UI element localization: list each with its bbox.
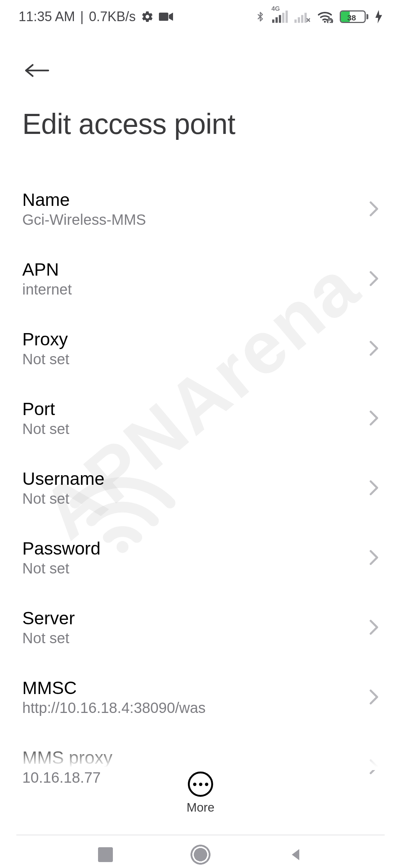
svg-point-11 xyxy=(324,21,326,23)
row-label: MMSC xyxy=(22,678,360,698)
status-bar: 11:35 AM | 0.7KB/s 4G 38 xyxy=(0,0,401,33)
page-title: Edit access point xyxy=(0,93,401,152)
battery-indicator: 38 xyxy=(340,10,368,23)
arrow-left-icon xyxy=(24,62,50,79)
row-server[interactable]: Server Not set xyxy=(22,592,379,662)
row-value: Not set xyxy=(22,490,360,507)
chevron-right-icon xyxy=(369,270,379,287)
signal-1-icon: 4G xyxy=(272,10,288,23)
svg-rect-8 xyxy=(298,17,300,23)
system-nav-bar xyxy=(0,841,401,868)
row-value: http://10.16.18.4:38090/was xyxy=(22,700,360,716)
chevron-right-icon xyxy=(369,689,379,705)
bottom-separator xyxy=(16,835,385,835)
svg-rect-6 xyxy=(286,11,288,23)
row-port[interactable]: Port Not set xyxy=(22,383,379,453)
row-name[interactable]: Name Gci-Wireless-MMS xyxy=(22,174,379,244)
row-proxy[interactable]: Proxy Not set xyxy=(22,313,379,383)
row-label: Proxy xyxy=(22,329,360,349)
back-button[interactable] xyxy=(22,56,52,85)
svg-rect-3 xyxy=(276,17,278,23)
gear-icon xyxy=(141,10,154,23)
row-value: Not set xyxy=(22,351,360,368)
row-label: Username xyxy=(22,468,360,489)
status-net-speed: 0.7KB/s xyxy=(89,9,136,24)
status-sep: | xyxy=(80,9,84,24)
row-label: Server xyxy=(22,608,360,628)
svg-rect-2 xyxy=(272,20,274,23)
chevron-right-icon xyxy=(369,619,379,635)
row-value: Gci-Wireless-MMS xyxy=(22,211,360,228)
row-password[interactable]: Password Not set xyxy=(22,523,379,592)
svg-rect-9 xyxy=(301,15,303,23)
row-label: MMS proxy xyxy=(22,747,360,768)
more-label: More xyxy=(186,800,214,815)
chevron-right-icon xyxy=(369,201,379,217)
chevron-right-icon xyxy=(369,549,379,566)
wifi-icon xyxy=(317,10,333,23)
row-label: Password xyxy=(22,538,360,559)
svg-rect-7 xyxy=(294,20,297,23)
settings-list: Name Gci-Wireless-MMS APN internet Proxy… xyxy=(0,152,401,802)
nav-recents-button[interactable] xyxy=(98,847,113,862)
row-value: internet xyxy=(22,281,360,298)
charging-icon xyxy=(375,10,382,23)
row-mmsc[interactable]: MMSC http://10.16.18.4:38090/was xyxy=(22,662,379,732)
row-value: Not set xyxy=(22,630,360,647)
signal-2-icon xyxy=(294,10,310,23)
row-label: Port xyxy=(22,399,360,419)
chevron-right-icon xyxy=(369,410,379,426)
row-label: APN xyxy=(22,259,360,280)
svg-rect-5 xyxy=(282,13,284,23)
row-apn[interactable]: APN internet xyxy=(22,244,379,313)
nav-home-button[interactable] xyxy=(190,845,211,865)
nav-back-button[interactable] xyxy=(288,846,303,863)
svg-rect-4 xyxy=(279,15,281,23)
camera-icon xyxy=(159,11,173,22)
row-value: Not set xyxy=(22,560,360,577)
row-label: Name xyxy=(22,190,360,210)
more-button[interactable] xyxy=(188,772,213,797)
chevron-right-icon xyxy=(369,480,379,496)
chevron-right-icon xyxy=(369,340,379,356)
row-value: Not set xyxy=(22,421,360,437)
bluetooth-icon xyxy=(255,9,265,24)
row-username[interactable]: Username Not set xyxy=(22,453,379,523)
status-time: 11:35 AM xyxy=(19,9,75,24)
svg-rect-1 xyxy=(159,13,168,21)
